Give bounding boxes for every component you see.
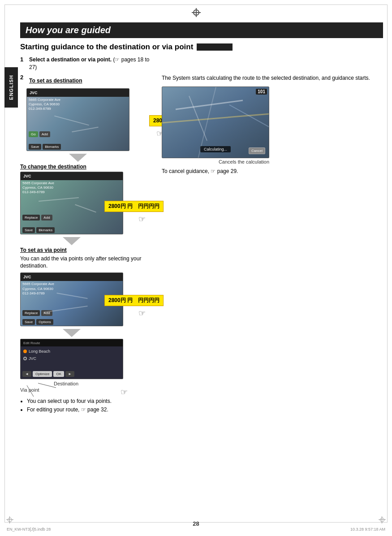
step-1-text: Select a destination or via point. (☞ pa… bbox=[29, 56, 155, 71]
via-point-screen-container: JVC 5665 Corporate Ave Cypress, CA 90630… bbox=[20, 272, 155, 326]
page-title: How you are guided bbox=[26, 25, 378, 35]
sidebar-english-label: ENGLISH bbox=[4, 67, 18, 108]
arrow-connector-2 bbox=[20, 237, 123, 245]
dest-dot bbox=[23, 350, 27, 353]
step-1-main: Select a destination or via point. bbox=[29, 56, 112, 63]
nav-map-screen: 101 Calculating... Cancel bbox=[162, 86, 269, 158]
cancels-label: Cancels the calculation bbox=[162, 159, 269, 164]
set-destination-screen: JVC 5665 Corporate Ave Cypress, CA 90630… bbox=[26, 88, 129, 151]
svg-line-3 bbox=[38, 383, 56, 388]
svg-line-5 bbox=[176, 100, 243, 109]
yellow-box-change-dest: 2800円 円 円円円円 bbox=[104, 201, 164, 212]
svg-line-4 bbox=[27, 385, 34, 397]
yellow-box-via-point: 2800円 円 円円円円 bbox=[104, 295, 164, 306]
nav-map-container: 101 Calculating... Cancel Cancels the ca… bbox=[162, 86, 383, 164]
main-content: How you are guided Starting guidance to … bbox=[20, 22, 383, 514]
dest-name: Long Beach bbox=[29, 349, 120, 354]
title-bar: How you are guided bbox=[20, 22, 383, 38]
dest-via-annotations: Destination Via point bbox=[20, 381, 123, 393]
er-back-btn[interactable]: ◄ bbox=[22, 371, 31, 377]
edit-route-screen: Edit Route Long Beach JVC ◄ bbox=[20, 339, 123, 379]
timestamp: 10.3.28 9:57:18 AM bbox=[350, 527, 385, 532]
step-2-row: 2 To set as destination bbox=[20, 74, 155, 86]
left-column: 1 Select a destination or via point. (☞ … bbox=[20, 56, 155, 415]
file-info: EN_KW-NT3[J]5.indb 28 bbox=[7, 527, 51, 532]
change-destination-label: To change the destination bbox=[20, 164, 155, 170]
section-heading: Starting guidance to the destination or … bbox=[20, 43, 383, 52]
arrow-connector-1 bbox=[26, 154, 129, 162]
svg-marker-0 bbox=[69, 154, 87, 162]
edit-route-title-text: Edit Route bbox=[23, 341, 40, 345]
to-set-as-destination-label: To set as destination bbox=[29, 78, 82, 84]
svg-marker-2 bbox=[63, 329, 81, 337]
crosshair-br-icon bbox=[379, 516, 386, 523]
crosshair-bl-icon bbox=[6, 516, 13, 523]
edit-route-via-row: JVC bbox=[23, 356, 120, 361]
edit-route-dest-row: Long Beach bbox=[23, 349, 120, 354]
change-destination-screen-container: JVC 5665 Corporate Ave Cypress, CA 90630… bbox=[20, 172, 155, 234]
map-roads-1 bbox=[27, 89, 129, 151]
step-1-number: 1 bbox=[20, 56, 26, 63]
hand-cursor-2: ☞ bbox=[138, 214, 146, 224]
via-point-label-heading: To set as via point bbox=[20, 247, 155, 253]
arrow-connector-3 bbox=[20, 329, 123, 337]
section-title-text: Starting guidance to the destination or … bbox=[20, 43, 193, 52]
step-1-row: 1 Select a destination or via point. (☞ … bbox=[20, 56, 155, 71]
bullet-2: For editing your route, ☞ page 32. bbox=[27, 406, 155, 414]
edit-route-buttons: ◄ Optimize OK ► bbox=[22, 371, 121, 377]
speed-badge: 101 bbox=[256, 89, 267, 95]
cancel-guidance-text: To cancel guidance, ☞ page 29. bbox=[162, 168, 383, 174]
er-forward-btn[interactable]: ► bbox=[65, 371, 74, 377]
via-dot bbox=[23, 357, 27, 360]
hand-cursor-3: ☞ bbox=[138, 308, 146, 318]
via-name: JVC bbox=[29, 356, 120, 361]
right-column: The System starts calculating the route … bbox=[162, 56, 383, 415]
edit-route-container: Edit Route Long Beach JVC ◄ bbox=[20, 339, 123, 393]
page-number: 28 bbox=[193, 520, 199, 527]
heading-bar-decoration bbox=[197, 43, 233, 51]
step-2-number: 2 bbox=[20, 74, 26, 81]
er-optimize-btn[interactable]: Optimize bbox=[33, 371, 52, 377]
calculating-bar: Calculating... bbox=[200, 146, 231, 152]
cancel-button-map[interactable]: Cancel bbox=[249, 147, 265, 154]
connector-svg bbox=[20, 381, 123, 403]
two-column-layout: 1 Select a destination or via point. (☞ … bbox=[20, 56, 383, 415]
via-point-note: You can add the via points only after se… bbox=[20, 255, 155, 270]
edit-route-title-bar: Edit Route bbox=[21, 339, 123, 346]
right-description: The System starts calculating the route … bbox=[162, 74, 383, 82]
er-ok-btn[interactable]: OK bbox=[53, 371, 64, 377]
bottom-info: EN_KW-NT3[J]5.indb 28 10.3.28 9:57:18 AM bbox=[7, 527, 385, 532]
set-destination-screen-container: JVC 5665 Corporate Ave Cypress, CA 90630… bbox=[26, 88, 155, 151]
svg-marker-1 bbox=[63, 237, 81, 245]
